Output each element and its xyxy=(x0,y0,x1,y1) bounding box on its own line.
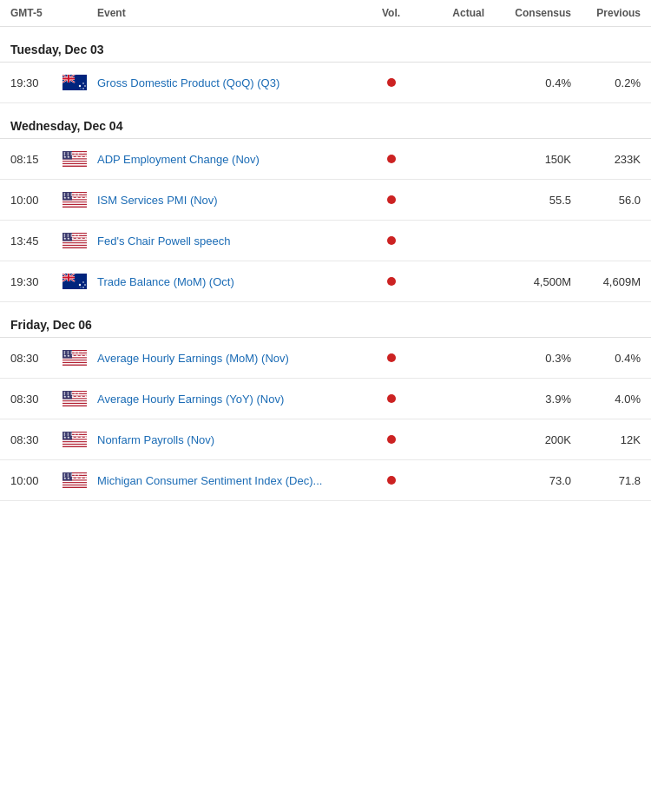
event-row: 10:00 ★★★★★★ ★★★★★ ★★★★★★ Michigan Consu… xyxy=(0,460,651,501)
event-row: 08:30 ★★★★★★ ★★★★★ ★★★★★★ Average Hourly… xyxy=(0,379,651,419)
event-name[interactable]: ISM Services PMI (Nov) xyxy=(97,194,367,207)
svg-rect-90 xyxy=(62,360,87,361)
event-vol xyxy=(367,435,415,444)
event-consensus: 0.4% xyxy=(484,76,571,89)
svg-text:★★★★★★: ★★★★★★ xyxy=(63,472,85,476)
svg-rect-126 xyxy=(62,445,87,446)
svg-rect-107 xyxy=(62,401,87,402)
table-header: GMT-5 Event Vol. Actual Consensus Previo… xyxy=(0,0,651,27)
svg-rect-23 xyxy=(62,161,87,162)
svg-text:★★★★★★: ★★★★★★ xyxy=(63,233,85,236)
event-consensus: 4,500M xyxy=(484,275,571,288)
event-vol xyxy=(367,476,415,485)
event-time: 08:30 xyxy=(10,433,62,446)
volatility-dot xyxy=(387,353,396,362)
svg-rect-144 xyxy=(62,487,87,488)
volatility-dot xyxy=(387,195,396,204)
event-time: 19:30 xyxy=(10,76,62,89)
svg-rect-57 xyxy=(62,242,87,243)
volatility-dot xyxy=(387,435,396,444)
svg-point-80 xyxy=(81,287,82,288)
svg-rect-123 xyxy=(62,441,87,442)
svg-rect-27 xyxy=(62,166,87,167)
event-vol xyxy=(367,394,415,403)
svg-point-14 xyxy=(81,89,82,89)
svg-rect-122 xyxy=(62,440,87,441)
event-previous: 0.2% xyxy=(571,76,641,89)
svg-rect-39 xyxy=(62,201,87,201)
svg-text:★★★★★★: ★★★★★★ xyxy=(63,192,85,195)
event-flag: ★★★★★★ ★★★★★ ★★★★★★ xyxy=(62,192,97,208)
svg-rect-93 xyxy=(62,365,87,366)
event-vol xyxy=(367,277,415,286)
header-previous: Previous xyxy=(571,7,641,19)
day-header: Friday, Dec 06 xyxy=(0,302,651,338)
event-consensus: 55.5 xyxy=(484,194,571,207)
svg-rect-25 xyxy=(62,163,87,164)
svg-rect-143 xyxy=(62,485,87,486)
event-name[interactable]: Nonfarm Payrolls (Nov) xyxy=(97,433,367,446)
svg-rect-141 xyxy=(62,483,87,484)
event-name[interactable]: Average Hourly Earnings (YoY) (Nov) xyxy=(97,393,367,406)
event-name[interactable]: Trade Balance (MoM) (Oct) xyxy=(97,275,367,288)
svg-rect-75 xyxy=(62,277,75,279)
svg-rect-110 xyxy=(62,406,87,406)
event-row: 08:30 ★★★★★★ ★★★★★ ★★★★★★ Average Hourly… xyxy=(0,338,651,379)
event-vol xyxy=(367,155,415,163)
header-consensus: Consensus xyxy=(484,7,571,19)
svg-rect-139 xyxy=(62,481,87,482)
svg-rect-44 xyxy=(62,207,87,208)
day-header: Wednesday, Dec 04 xyxy=(0,103,651,139)
event-consensus: 150K xyxy=(484,153,571,166)
svg-rect-89 xyxy=(62,360,87,360)
event-time: 08:15 xyxy=(10,153,62,166)
event-vol xyxy=(367,236,415,245)
event-flag: ★★★★★★ ★★★★★ ★★★★★★ xyxy=(62,350,97,366)
event-flag: ★★★★★★ ★★★★★ ★★★★★★ xyxy=(62,233,97,248)
svg-rect-140 xyxy=(62,482,87,483)
event-name[interactable]: Gross Domestic Product (QoQ) (Q3) xyxy=(97,76,367,89)
event-consensus: 0.3% xyxy=(484,352,571,365)
svg-point-78 xyxy=(84,284,86,286)
svg-rect-124 xyxy=(62,442,87,443)
svg-rect-56 xyxy=(62,241,87,242)
event-row: 08:15 ★★★★★★ ★★★★★ ★★★★★★ ADP Employment… xyxy=(0,139,651,180)
svg-point-76 xyxy=(79,284,81,286)
event-row: 19:30 Trade Balance (MoM) (Oct) 4,500M 4… xyxy=(0,261,651,302)
event-name[interactable]: Average Hourly Earnings (MoM) (Nov) xyxy=(97,352,367,365)
svg-point-11 xyxy=(82,83,84,84)
event-vol xyxy=(367,78,415,87)
volatility-dot xyxy=(387,155,396,163)
event-flag: ★★★★★★ ★★★★★ ★★★★★★ xyxy=(62,391,97,406)
event-flag: ★★★★★★ ★★★★★ ★★★★★★ xyxy=(62,472,97,488)
header-actual: Actual xyxy=(415,7,484,19)
event-flag: ★★★★★★ ★★★★★ ★★★★★★ xyxy=(62,151,97,167)
event-time: 08:30 xyxy=(10,393,62,406)
volatility-dot xyxy=(387,236,396,245)
event-flag: ★★★★★★ ★★★★★ ★★★★★★ xyxy=(62,432,97,447)
svg-text:★★★★★★: ★★★★★★ xyxy=(63,432,85,435)
svg-text:★★★★★★: ★★★★★★ xyxy=(63,350,85,353)
svg-rect-108 xyxy=(62,403,87,404)
event-name[interactable]: Fed's Chair Powell speech xyxy=(97,234,367,248)
svg-text:★★★★★★: ★★★★★★ xyxy=(63,391,85,394)
svg-rect-60 xyxy=(62,246,87,247)
svg-rect-26 xyxy=(62,164,87,165)
svg-point-77 xyxy=(82,281,84,283)
calendar-body: Tuesday, Dec 03 19:30 Gross Domestic Pro… xyxy=(0,27,651,501)
svg-point-10 xyxy=(79,85,81,87)
svg-point-79 xyxy=(82,287,84,288)
svg-rect-24 xyxy=(62,162,87,162)
event-previous: 0.4% xyxy=(571,352,641,365)
event-consensus: 3.9% xyxy=(484,393,571,406)
event-time: 10:00 xyxy=(10,194,62,207)
svg-rect-59 xyxy=(62,245,87,246)
event-previous: 71.8 xyxy=(571,474,641,487)
event-row: 10:00 ★★★★★★ ★★★★★ ★★★★★★ ISM Services P… xyxy=(0,180,651,221)
event-name[interactable]: Michigan Consumer Sentiment Index (Dec).… xyxy=(97,474,367,487)
event-time: 13:45 xyxy=(10,234,62,248)
svg-rect-22 xyxy=(62,160,87,161)
event-name[interactable]: ADP Employment Change (Nov) xyxy=(97,153,367,166)
svg-text:★★★★★★: ★★★★★★ xyxy=(63,151,85,155)
event-consensus: 200K xyxy=(484,433,571,446)
